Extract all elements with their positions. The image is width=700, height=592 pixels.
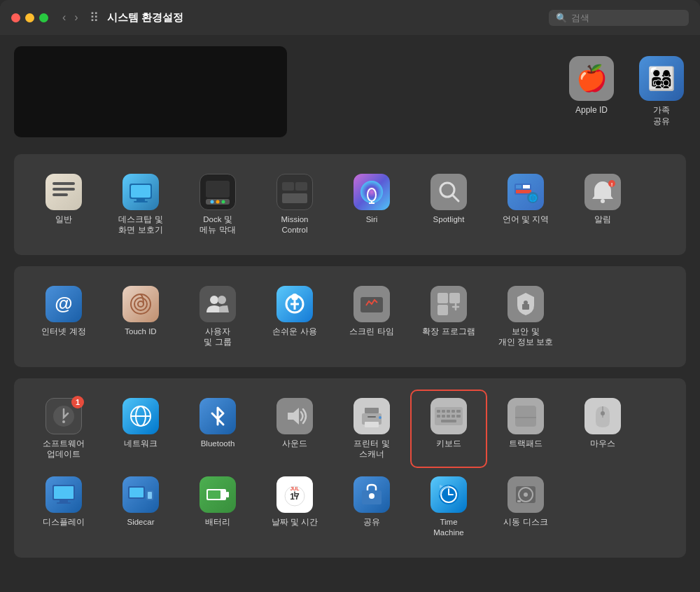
- time-machine-label: TimeMachine: [433, 517, 463, 538]
- keyboard-label: 키보드: [436, 439, 461, 449]
- printer-scanner-label: 프린터 및스캐너: [354, 439, 389, 460]
- grid-view-icon[interactable]: ⠿: [90, 10, 99, 25]
- printer-scanner-item[interactable]: 프린터 및스캐너: [333, 390, 410, 468]
- sharing-item[interactable]: 공유: [333, 468, 410, 546]
- general-item[interactable]: 일반: [25, 165, 102, 244]
- software-update-item[interactable]: 1 소프트웨어업데이트: [25, 390, 102, 468]
- keyboard-icon: [430, 398, 467, 434]
- touch-id-icon: [122, 286, 159, 322]
- svg-point-99: [524, 493, 528, 497]
- accessibility-item[interactable]: 손쉬운 사용: [256, 277, 333, 356]
- sound-item[interactable]: 사운드: [256, 390, 333, 468]
- svg-rect-7: [206, 181, 230, 198]
- svg-rect-61: [451, 410, 455, 413]
- desktop-screensaver-label: 데스크탑 및화면 보호기: [118, 214, 162, 235]
- svg-rect-64: [442, 415, 445, 418]
- display-item[interactable]: 디스플레이: [25, 468, 102, 546]
- siri-item[interactable]: Siri: [333, 165, 410, 244]
- security-privacy-item[interactable]: 보안 및개인 정보 보호: [487, 277, 564, 356]
- mouse-icon: [584, 398, 621, 434]
- sidecar-item[interactable]: Sidecar: [102, 468, 179, 546]
- svg-rect-80: [148, 492, 152, 499]
- apple-id-item[interactable]: 🍎 Apple ID: [567, 56, 616, 127]
- software-update-label: 소프트웨어업데이트: [43, 439, 85, 460]
- date-time-item[interactable]: JUL17 날짜 및 시간: [256, 468, 333, 546]
- svg-rect-75: [59, 500, 68, 502]
- fullscreen-button[interactable]: [39, 13, 48, 22]
- grid-section4: 디스플레이 Sidecar 배터리 JUL17 날짜 및 시간: [25, 468, 675, 546]
- mission-control-item[interactable]: MissionControl: [256, 165, 333, 244]
- sidecar-icon: [122, 476, 159, 513]
- time-machine-icon: [430, 476, 467, 513]
- family-sharing-item[interactable]: 👨‍👩‍👧‍👦 가족공유: [637, 56, 686, 127]
- svg-rect-14: [282, 193, 307, 203]
- users-groups-item[interactable]: 사용자및 그룹: [179, 277, 256, 356]
- grid-section3: 1 소프트웨어업데이트 네트워크 Bluetooth 사운드: [25, 390, 675, 468]
- time-machine-item[interactable]: TimeMachine: [410, 468, 487, 546]
- battery-label: 배터리: [205, 517, 230, 528]
- startup-disk-item[interactable]: 시동 디스크: [487, 468, 564, 546]
- svg-rect-59: [442, 410, 445, 413]
- svg-rect-40: [438, 293, 448, 303]
- battery-icon: [200, 476, 236, 513]
- screen-time-item[interactable]: 스크린 타임: [333, 277, 410, 356]
- close-button[interactable]: [11, 13, 20, 22]
- traffic-lights: [11, 13, 48, 22]
- search-icon: 🔍: [556, 13, 567, 23]
- printer-scanner-icon: [354, 398, 390, 434]
- svg-rect-82: [208, 490, 220, 499]
- users-groups-icon: [200, 286, 236, 322]
- language-region-label: 언어 및 지역: [503, 214, 549, 225]
- svg-rect-83: [226, 492, 229, 497]
- forward-button[interactable]: ›: [71, 10, 80, 25]
- section-hardware: 1 소프트웨어업데이트 네트워크 Bluetooth 사운드: [14, 378, 686, 558]
- svg-rect-62: [456, 410, 461, 413]
- dock-menu-icon: [200, 174, 236, 210]
- sound-icon: [276, 398, 313, 434]
- search-input[interactable]: [571, 13, 682, 23]
- svg-rect-68: [441, 420, 456, 422]
- dock-menu-label: Dock 및메뉴 막대: [200, 214, 235, 235]
- svg-rect-74: [54, 486, 74, 499]
- desktop-screensaver-item[interactable]: 데스크탑 및화면 보호기: [102, 165, 179, 244]
- users-groups-label: 사용자및 그룹: [204, 326, 231, 347]
- svg-rect-12: [282, 182, 294, 191]
- notifications-item[interactable]: ! 알림: [564, 165, 641, 244]
- bluetooth-item[interactable]: Bluetooth: [179, 390, 256, 468]
- extensions-item[interactable]: 확장 프로그램: [410, 277, 487, 356]
- back-button[interactable]: ‹: [59, 10, 69, 25]
- dock-menu-item[interactable]: Dock 및메뉴 막대: [179, 165, 256, 244]
- network-item[interactable]: 네트워크: [102, 390, 179, 468]
- security-privacy-icon: [507, 286, 544, 322]
- language-region-item[interactable]: 🌐 언어 및 지역: [487, 165, 564, 244]
- svg-rect-42: [449, 293, 460, 303]
- trackpad-item[interactable]: 트랙패드: [487, 390, 564, 468]
- siri-label: Siri: [366, 214, 378, 225]
- sharing-icon: [354, 476, 390, 513]
- keyboard-item[interactable]: 키보드: [410, 390, 487, 468]
- touch-id-item[interactable]: Touch ID: [102, 277, 179, 356]
- desktop-screensaver-icon: [122, 174, 159, 210]
- siri-icon: [354, 174, 390, 210]
- internet-accounts-item[interactable]: @ 인터넷 계정: [25, 277, 102, 356]
- general-label: 일반: [55, 214, 72, 225]
- spotlight-item[interactable]: Spotlight: [410, 165, 487, 244]
- mission-control-icon: [276, 174, 313, 210]
- network-icon: [122, 398, 159, 434]
- svg-point-27: [601, 199, 605, 203]
- software-update-icon: 1: [46, 398, 82, 434]
- minimize-button[interactable]: [25, 13, 34, 22]
- svg-point-91: [369, 493, 374, 499]
- network-label: 네트워크: [124, 439, 158, 449]
- battery-item[interactable]: 배터리: [179, 468, 256, 546]
- svg-rect-54: [365, 422, 379, 427]
- display-icon: [46, 476, 82, 513]
- sharing-label: 공유: [363, 517, 380, 528]
- svg-point-31: [134, 298, 147, 310]
- startup-disk-icon: [507, 476, 544, 513]
- svg-point-56: [379, 416, 382, 419]
- user-banner: [14, 46, 287, 137]
- mouse-item[interactable]: 마우스: [564, 390, 641, 468]
- date-time-icon: JUL17: [276, 476, 313, 513]
- mission-control-label: MissionControl: [281, 214, 309, 235]
